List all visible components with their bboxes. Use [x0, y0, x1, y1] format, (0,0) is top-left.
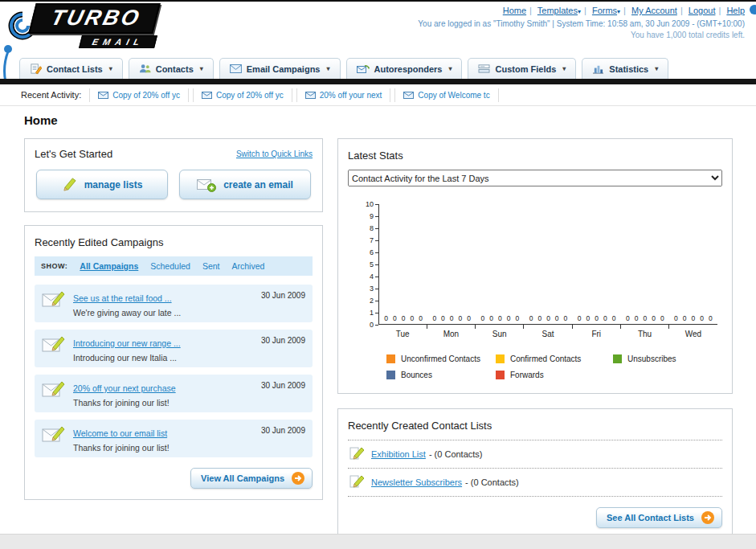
- latest-stats-title: Latest Stats: [348, 150, 403, 162]
- legend-label: Unsubscribes: [627, 354, 676, 363]
- filter-all-campaigns[interactable]: All Campaigns: [80, 261, 138, 271]
- campaign-list: See us at the retail food ... We're givi…: [35, 285, 313, 457]
- recent-activity-item[interactable]: Copy of 20% off yc: [89, 88, 189, 102]
- link-templates[interactable]: Templates: [537, 6, 578, 15]
- envelope-icon: [202, 92, 212, 99]
- value-label: 0: [643, 314, 647, 322]
- arrow-right-circle-icon: [701, 511, 714, 524]
- link-home[interactable]: Home: [503, 6, 526, 15]
- filter-archived[interactable]: Archived: [232, 261, 265, 271]
- nav-divider-bar: [0, 79, 756, 84]
- value-label: 0: [410, 314, 414, 322]
- recent-contact-lists-panel: Recently Created Contact Lists Exhibitio…: [337, 408, 733, 539]
- recent-activity-item[interactable]: 20% off your next: [296, 88, 391, 102]
- campaign-title-link[interactable]: See us at the retail food ...: [73, 293, 172, 303]
- y-tick-label: 4: [370, 272, 378, 281]
- chevron-down-icon: ▾: [200, 65, 203, 72]
- contact-list-count: - (0 Contacts): [429, 449, 483, 459]
- envelope-pencil-icon: [42, 424, 66, 444]
- campaign-title-link[interactable]: Welcome to our email list: [73, 428, 167, 438]
- value-label: 0: [683, 314, 687, 322]
- legend-item: Unsubscribes: [613, 354, 717, 363]
- filter-scheduled[interactable]: Scheduled: [150, 261, 190, 271]
- campaign-title-link[interactable]: 20% off your next purchase: [73, 383, 176, 393]
- x-axis-label: Tue: [378, 325, 427, 338]
- x-axis-label: Mon: [427, 325, 475, 338]
- recent-activity-item[interactable]: Copy of 20% off yc: [193, 88, 292, 102]
- y-tick-label: 2: [370, 297, 378, 305]
- tab-statistics[interactable]: Statistics▾: [582, 58, 668, 79]
- value-label: 0: [498, 314, 502, 322]
- legend-item: Forwards: [496, 371, 607, 379]
- value-label: 0: [546, 314, 550, 322]
- tab-custom-fields[interactable]: Custom Fields▾: [468, 58, 576, 79]
- legend-label: Bounces: [401, 371, 432, 379]
- link-help[interactable]: Help: [726, 6, 745, 15]
- y-tick-label: 3: [370, 285, 378, 293]
- value-label: 0: [384, 314, 388, 322]
- chart-y-axis: 109876543210: [358, 204, 378, 325]
- footer-strip: [0, 534, 756, 549]
- legend-label: Unconfirmed Contacts: [401, 354, 480, 363]
- recent-activity-link[interactable]: Copy of 20% off yc: [216, 91, 284, 100]
- app-logo: TURBO EMAIL: [5, 3, 157, 48]
- contact-list-link[interactable]: Newsletter Subscribers: [371, 477, 462, 487]
- manage-lists-button[interactable]: manage lists: [36, 170, 168, 199]
- y-tick-label: 7: [370, 236, 378, 244]
- legend-swatch: [496, 371, 505, 379]
- tab-autoresponders[interactable]: Autoresponders▾: [346, 58, 463, 79]
- corner-dot-decoration: [750, 5, 756, 14]
- y-tick-label: 0: [370, 321, 378, 329]
- stats-period-select[interactable]: Contact Activity for the Last 7 Days: [348, 170, 722, 186]
- see-all-contact-lists-button[interactable]: See All Contact Lists: [596, 507, 722, 528]
- contact-list-items: Exhibition List- (0 Contacts) Newsletter…: [348, 440, 722, 497]
- link-logout[interactable]: Logout: [689, 6, 716, 15]
- envelope-refresh-icon: [357, 64, 370, 75]
- campaign-row[interactable]: See us at the retail food ... We're givi…: [35, 285, 313, 322]
- tab-label: Autoresponders: [374, 64, 443, 74]
- legend-swatch: [386, 371, 395, 379]
- x-axis-label: Wed: [669, 325, 717, 338]
- recent-activity-link[interactable]: 20% off your next: [320, 91, 382, 100]
- value-label: 0: [467, 314, 471, 322]
- create-email-button[interactable]: create an email: [179, 170, 311, 199]
- pencil-list-icon: [30, 63, 42, 75]
- legend-swatch: [613, 354, 622, 363]
- recent-campaigns-panel: Recently Edited Campaigns SHOW: All Camp…: [24, 225, 323, 500]
- campaign-row[interactable]: Introducing our new range ... Introducin…: [35, 330, 313, 367]
- switch-quick-links-link[interactable]: Switch to Quick Links: [236, 150, 313, 158]
- campaign-row[interactable]: Welcome to our email list Thanks for joi…: [35, 420, 313, 457]
- contact-list-link[interactable]: Exhibition List: [371, 449, 426, 459]
- contact-list-item[interactable]: Exhibition List- (0 Contacts): [348, 440, 722, 468]
- campaign-subtitle: Introducing our new Italia ...: [73, 353, 254, 363]
- tab-contacts[interactable]: Contacts▾: [129, 58, 214, 79]
- campaign-subtitle: Thanks for joining our list!: [73, 398, 254, 408]
- login-info: You are logged in as "Timothy Smith" | S…: [418, 19, 745, 28]
- value-label: 0: [700, 314, 704, 322]
- left-column: Let's Get Started Switch to Quick Links …: [24, 138, 323, 500]
- logo-text: TURBO EMAIL: [32, 3, 157, 48]
- link-my-account[interactable]: My Account: [631, 6, 677, 15]
- campaign-date: 30 Jun 2009: [261, 379, 305, 390]
- filter-sent[interactable]: Sent: [202, 261, 220, 271]
- header: TURBO EMAIL Home| Templates▾| Forms▾| My…: [0, 2, 756, 56]
- campaign-title-link[interactable]: Introducing our new range ...: [73, 338, 181, 348]
- recent-activity-link[interactable]: Copy of 20% off yc: [112, 91, 180, 100]
- create-email-label: create an email: [223, 179, 293, 191]
- separator: |: [584, 6, 586, 15]
- chart-category-group: 00000: [669, 204, 717, 324]
- tab-email-campaigns[interactable]: Email Campaigns▾: [219, 58, 341, 79]
- link-forms[interactable]: Forms: [592, 6, 617, 15]
- show-label: SHOW:: [41, 262, 67, 270]
- recent-activity-link[interactable]: Copy of Welcome tc: [418, 91, 489, 100]
- value-label: 0: [578, 314, 582, 322]
- tab-label: Custom Fields: [495, 64, 556, 74]
- recent-activity-item[interactable]: Copy of Welcome tc: [394, 88, 498, 102]
- campaign-row[interactable]: 20% off your next purchase Thanks for jo…: [35, 375, 313, 412]
- recent-contact-lists-title: Recently Created Contact Lists: [348, 420, 492, 432]
- tab-contact-lists[interactable]: Contact Lists▾: [19, 58, 123, 79]
- legend-item: Confirmed Contacts: [496, 354, 607, 363]
- view-all-campaigns-button[interactable]: View All Campaigns: [190, 468, 313, 489]
- contact-list-item[interactable]: Newsletter Subscribers- (0 Contacts): [348, 468, 722, 497]
- envelope-pencil-icon: [42, 289, 66, 309]
